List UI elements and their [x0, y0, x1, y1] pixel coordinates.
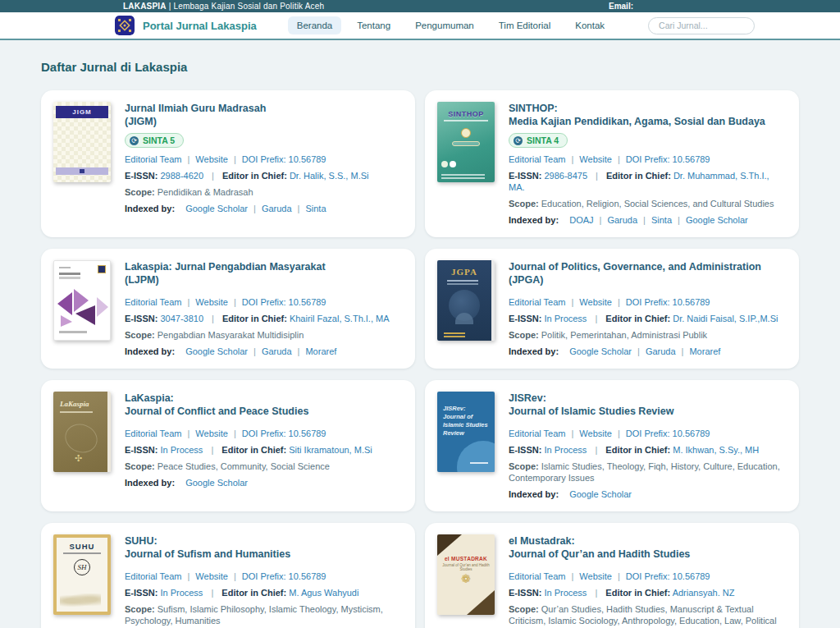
link[interactable]: Website: [195, 429, 228, 438]
topbar-brandline: LAKASPIA | Lembaga Kajian Sosial dan Pol…: [123, 2, 324, 11]
link[interactable]: Editorial Team: [125, 297, 182, 307]
link[interactable]: Garuda: [262, 204, 292, 213]
link[interactable]: DOAJ: [569, 215, 593, 225]
link[interactable]: Moraref: [689, 346, 720, 356]
journal-cover[interactable]: el MUSTADRAK Journal of Qur’an and Hadit…: [437, 534, 495, 628]
jisrev-cover-image: JISRev: Journal of Islamic Studies Revie…: [437, 392, 495, 472]
cover-decoration: [470, 462, 488, 464]
search-input[interactable]: [648, 17, 755, 34]
nav-item-tim-editorial[interactable]: Tim Editorial: [490, 16, 559, 34]
link[interactable]: Google Scholar: [185, 204, 248, 213]
link[interactable]: Editorial Team: [509, 297, 566, 307]
cover-decoration: [444, 332, 465, 334]
journal-cover[interactable]: SINTHOP: [437, 102, 495, 226]
editor-label: Editor in Chief:: [222, 171, 287, 181]
separator: |: [618, 297, 620, 307]
meta-links-row: Editorial Team|Website|DOI Prefix: 10.56…: [509, 296, 778, 308]
link[interactable]: DOI Prefix: 10.56789: [626, 429, 710, 438]
separator: |: [188, 154, 190, 164]
editor-value: Adriansyah. NZ: [673, 588, 735, 598]
issn-row: E-ISSN: In Process | Editor in Chief: M.…: [125, 587, 403, 598]
link[interactable]: Editorial Team: [509, 154, 566, 164]
journal-title: Lakaspia: Jurnal Pengabdian Masyarakat (…: [125, 260, 390, 286]
link[interactable]: Website: [195, 154, 228, 164]
journal-title: Journal of Politics, Governance, and Adm…: [509, 260, 778, 286]
scope-value: Qur’an Studies, Hadith Studies, Manuscri…: [509, 604, 777, 628]
scope-label: Scope:: [125, 604, 155, 614]
journal-card-jisrev: JISRev: Journal of Islamic Studies Revie…: [425, 380, 799, 511]
link[interactable]: Website: [579, 571, 612, 581]
sinthop-cover-image: SINTHOP: [437, 102, 495, 182]
link[interactable]: Sinta: [305, 204, 326, 213]
journal-title-line1: LaKaspia:: [125, 392, 372, 405]
journal-cover[interactable]: LaKaspia ✣: [53, 392, 111, 500]
eissn-value: In Process: [160, 588, 203, 598]
link[interactable]: Google Scholar: [569, 489, 632, 499]
journal-cover[interactable]: JGPA: [437, 260, 495, 357]
link[interactable]: Website: [579, 429, 612, 438]
link[interactable]: Website: [195, 571, 228, 581]
link[interactable]: Editorial Team: [125, 571, 182, 581]
journal-title-line1: Journal of Politics, Governance, and Adm…: [509, 260, 778, 273]
journal-cover[interactable]: SUHU SH: [53, 534, 111, 628]
link[interactable]: Editorial Team: [509, 429, 566, 438]
nav-item-pengumuman[interactable]: Pengumuman: [406, 16, 483, 34]
indexed-row: Indexed by: Google Scholar: [125, 477, 372, 488]
cover-decoration: [441, 161, 448, 167]
journal-cover[interactable]: JISRev: Journal of Islamic Studies Revie…: [437, 392, 495, 500]
indexed-links: Google Scholar: [185, 478, 248, 488]
link[interactable]: DOI Prefix: 10.56789: [626, 297, 710, 307]
link[interactable]: Google Scholar: [185, 478, 248, 488]
journal-cover[interactable]: [53, 260, 111, 357]
link[interactable]: Garuda: [607, 215, 637, 225]
journal-title: LaKaspia: Journal of Conflict and Peace …: [125, 392, 372, 418]
link[interactable]: Website: [579, 154, 612, 164]
eissn-label: E-ISSN:: [509, 314, 541, 323]
link[interactable]: Garuda: [262, 346, 292, 356]
link[interactable]: Google Scholar: [569, 346, 632, 356]
link[interactable]: Garuda: [646, 346, 676, 356]
link[interactable]: Editorial Team: [509, 571, 566, 581]
cover-decoration: [63, 552, 101, 554]
link[interactable]: Editorial Team: [125, 429, 182, 438]
journal-title-line1: SINTHOP:: [509, 102, 787, 115]
journal-title-line2: Journal of Islamic Studies Review: [509, 405, 787, 418]
scope-value: Pengabdian Masyarakat Multidisiplin: [158, 330, 304, 340]
eissn-value: 3047-3810: [160, 314, 203, 323]
link[interactable]: Editorial Team: [125, 154, 182, 164]
scope-row: Scope: Islamic Studies, Theology, Fiqh, …: [509, 461, 787, 484]
separator: |: [234, 154, 236, 164]
link[interactable]: DOI Prefix: 10.56789: [626, 154, 710, 164]
indexed-row: Indexed by: DOAJ|Garuda|Sinta|Google Sch…: [509, 214, 787, 226]
indexed-row: Indexed by: Google Scholar|Garuda|Morare…: [509, 346, 778, 357]
journal-cover[interactable]: JIGM: [53, 102, 111, 226]
jpga-cover-image: JGPA: [437, 260, 495, 341]
link[interactable]: Sinta: [651, 215, 672, 225]
sinta-badge[interactable]: ⟳ SINTA 4: [509, 133, 568, 148]
link[interactable]: DOI Prefix: 10.56789: [242, 571, 326, 581]
link[interactable]: DOI Prefix: 10.56789: [626, 571, 710, 581]
link[interactable]: DOI Prefix: 10.56789: [242, 429, 326, 438]
cover-decoration: [59, 273, 80, 275]
sinta-badge[interactable]: ⟳ SINTA 5: [125, 133, 184, 148]
indexed-row: Indexed by: Google Scholar: [509, 488, 787, 500]
nav-item-kontak[interactable]: Kontak: [566, 16, 614, 34]
nav-item-tentang[interactable]: Tentang: [348, 16, 399, 34]
topbar: LAKASPIA | Lembaga Kajian Sosial dan Pol…: [0, 0, 840, 12]
link[interactable]: DOI Prefix: 10.56789: [242, 154, 326, 164]
meta-links-row: Editorial Team|Website|DOI Prefix: 10.56…: [509, 571, 787, 582]
nav-item-beranda[interactable]: Beranda: [288, 16, 341, 34]
separator: |: [618, 429, 620, 438]
indexed-links: DOAJ|Garuda|Sinta|Google Scholar: [569, 215, 748, 225]
issn-row: E-ISSN: 3047-3810 | Editor in Chief: Kha…: [125, 313, 390, 324]
lakaspia-logo-icon[interactable]: [115, 16, 135, 35]
link[interactable]: Website: [579, 297, 612, 307]
eissn-label: E-ISSN:: [125, 445, 158, 455]
link[interactable]: Moraref: [305, 346, 336, 356]
editor-label: Editor in Chief:: [222, 314, 287, 323]
link[interactable]: Google Scholar: [185, 346, 248, 356]
link[interactable]: Website: [195, 297, 228, 307]
link[interactable]: Google Scholar: [686, 215, 748, 225]
separator: |: [212, 314, 214, 323]
link[interactable]: DOI Prefix: 10.56789: [242, 297, 326, 307]
